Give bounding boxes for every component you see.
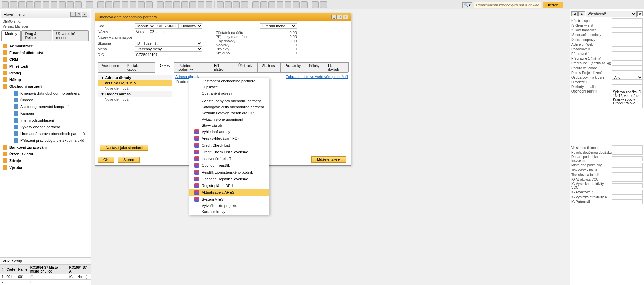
rp-input[interactable] [612, 42, 643, 47]
rp-input[interactable] [612, 156, 643, 161]
maximize-icon[interactable]: □ [337, 15, 342, 19]
firemni-mena-select[interactable]: Firemní měna [260, 23, 297, 29]
context-menu-item[interactable]: Vyhledání adresy [189, 128, 269, 135]
addr-new2[interactable]: Nové definování [98, 97, 172, 102]
toolbar-icon[interactable] [233, 1, 240, 8]
rp-input[interactable] [612, 195, 643, 199]
context-menu-item[interactable]: Karta smlouvy [189, 209, 269, 215]
toolbar-icon[interactable] [113, 1, 120, 8]
rp-input[interactable] [612, 199, 643, 204]
rp-input[interactable] [612, 163, 643, 167]
tree-item[interactable]: Řízení skladu [0, 151, 91, 157]
search-icon[interactable]: 🔍▾ [462, 2, 472, 8]
toolbar-icon[interactable] [86, 1, 93, 8]
dic-input[interactable] [135, 52, 202, 57]
tree-item[interactable]: Finanční účetnictví [0, 49, 91, 56]
addr-new1[interactable]: Nové definování [98, 86, 172, 91]
inner-tab[interactable]: Platební podmínky [174, 62, 210, 72]
nav-next-icon[interactable]: ► [578, 11, 585, 16]
rp-input[interactable] [612, 177, 643, 182]
toolbar-icon[interactable] [312, 1, 319, 8]
rp-obch-rej-text[interactable]: Spisová značka: C 16412, vedená u: Krajs… [612, 89, 643, 108]
inner-tab[interactable]: Poznámky [280, 62, 305, 72]
toolbar-icon[interactable] [43, 1, 49, 8]
tab-moduly[interactable]: Moduly [1, 30, 21, 41]
maximize-icon[interactable]: □ [76, 12, 81, 17]
context-menu-item[interactable]: Odstranění obchodního partnera [189, 78, 269, 84]
toolbar-icon[interactable] [51, 1, 57, 8]
toolbar-icon[interactable] [146, 1, 153, 8]
minimize-icon[interactable]: _ [331, 15, 337, 19]
ok-button[interactable]: OK [98, 157, 114, 163]
rp-input[interactable] [612, 183, 643, 188]
toolbar-icon[interactable] [277, 1, 283, 8]
table-row[interactable]: 2☐ [0, 280, 91, 285]
search-input[interactable] [474, 2, 541, 8]
inner-tab[interactable]: Vlastnosti [257, 62, 281, 72]
toolbar-icon[interactable] [130, 1, 136, 8]
toolbar-icon[interactable] [59, 1, 66, 8]
context-menu-item[interactable]: Credit Check List [189, 142, 269, 149]
tree-item[interactable]: Výroba [0, 164, 91, 171]
storno-button[interactable]: Storno [118, 157, 140, 163]
tree-item[interactable]: Příležitosti [0, 63, 91, 70]
toolbar-icon[interactable] [18, 1, 25, 8]
context-menu-item[interactable]: Obchodní rejstřík Slovensko [189, 176, 269, 182]
kod-type-select[interactable]: Dodavatel [179, 23, 202, 29]
inner-tab[interactable]: Všeobecně [98, 62, 123, 72]
toolbar-icon[interactable] [189, 1, 196, 8]
toolbar-icon[interactable] [105, 1, 112, 8]
toolbar-icon[interactable] [241, 1, 248, 8]
tree-item[interactable]: Výkazy obchod.partnera [0, 124, 91, 130]
toolbar-icon[interactable] [320, 1, 327, 8]
rp-input[interactable] [612, 28, 643, 32]
inner-tab[interactable]: Běh plateb [210, 62, 234, 72]
tree-item[interactable]: Zdroje [0, 157, 91, 164]
tree-item[interactable]: Interní odsouhlasení [0, 117, 91, 124]
inner-tab[interactable]: Přílohy [305, 62, 324, 72]
toolbar-icon[interactable] [293, 1, 300, 8]
toolbar-icon[interactable] [10, 1, 17, 8]
btn-standard[interactable]: Nastavit jako standard [100, 145, 148, 151]
tree-item[interactable]: Obchodní partneři [0, 83, 91, 90]
rp-input[interactable] [612, 32, 643, 37]
context-menu-item[interactable]: Stavy zásob [189, 122, 269, 128]
toolbar-icon[interactable] [34, 1, 41, 8]
link-zobrazit-mapu[interactable]: Zobrazit místo ve webovém prohlížeči [286, 75, 348, 79]
toolbar-icon[interactable] [97, 1, 104, 8]
context-menu-item[interactable]: Systém VIES [189, 196, 269, 203]
addr-head-dodaci[interactable]: ▼ Dodací adresa [98, 91, 172, 97]
addr-selected[interactable]: Versino CZ, s. r. o. [98, 80, 172, 86]
toolbar-icon[interactable] [285, 1, 291, 8]
close-icon[interactable]: × [82, 12, 87, 17]
tree-item[interactable]: Činnost [0, 97, 91, 103]
rp-input[interactable] [612, 47, 643, 51]
rp-osoba-dani-select[interactable]: Ano [612, 75, 643, 80]
tree-item[interactable]: Nákup [0, 76, 91, 83]
context-menu-item[interactable]: Odstranění adresy [189, 90, 269, 96]
rp-input[interactable] [612, 51, 643, 56]
rp-input[interactable] [612, 190, 643, 195]
context-menu-item[interactable]: Ares (vyhledávání FO) [189, 135, 269, 142]
inner-tab[interactable]: Účetnictví [234, 62, 258, 72]
tree-item[interactable]: Bankovní zpracování [0, 144, 91, 151]
mena-select[interactable]: Všechny měny [135, 46, 202, 52]
rp-input[interactable] [612, 172, 643, 177]
context-menu-item[interactable]: Výkaz historie upomínání [189, 116, 269, 122]
context-menu-item[interactable]: Rejstřík živnostenského podnik [189, 169, 269, 176]
context-menu-item[interactable]: Duplikace [189, 84, 269, 90]
context-menu-item[interactable]: Insolvenční rejstřík [189, 155, 269, 162]
tree-item[interactable]: Administrace [0, 43, 91, 49]
rp-input[interactable] [612, 150, 643, 155]
rp-input[interactable] [612, 145, 643, 150]
toolbar-icon[interactable] [181, 1, 188, 8]
inner-tab[interactable]: El. doklady [324, 62, 349, 72]
rp-input[interactable] [612, 18, 643, 23]
context-menu-item[interactable]: Registr plátců DPH [189, 182, 269, 189]
rp-input[interactable] [612, 23, 643, 28]
close-icon[interactable]: × [343, 15, 348, 19]
toolbar-icon[interactable] [301, 1, 308, 8]
toolbar-icon[interactable] [252, 1, 259, 8]
toolbar-icon[interactable] [206, 1, 212, 8]
context-menu-item[interactable]: Aktualizace z ARES [189, 189, 269, 196]
